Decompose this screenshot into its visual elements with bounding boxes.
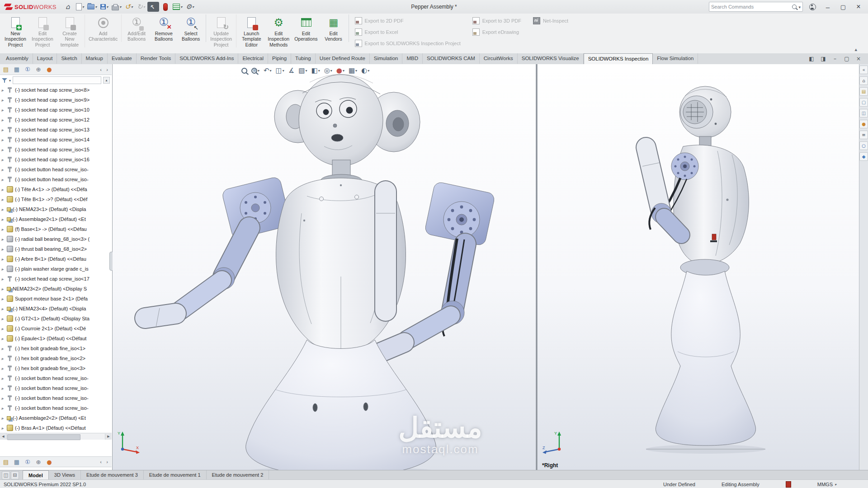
feature-tree-item[interactable]: (-) plain washer xlarge grade c_is: [0, 264, 112, 274]
tab-solidworks-cam[interactable]: SOLIDWORKS CAM: [423, 53, 480, 64]
split-vertical-icon[interactable]: ⊟: [11, 471, 19, 479]
panel-tabs-scroll-left-icon[interactable]: ‹: [98, 67, 104, 72]
feature-tree-item[interactable]: (-) socket head cap screw_iso<13: [0, 125, 112, 135]
net-inspect-button[interactable]: Net-Inspect: [533, 17, 568, 24]
appearances-scenes-icon[interactable]: [859, 120, 868, 128]
tree-scroll-up-icon[interactable]: [103, 77, 110, 84]
expand-arrow-icon[interactable]: [1, 207, 6, 212]
tab-solidworks-inspection[interactable]: SOLIDWORKS Inspection: [584, 53, 653, 64]
create-new-template-button[interactable]: Create New template: [56, 14, 85, 47]
featuremanager-tab-icon[interactable]: [1, 65, 11, 74]
expand-arrow-icon[interactable]: [1, 396, 6, 401]
expand-arrow-icon[interactable]: [1, 237, 6, 242]
expand-arrow-icon[interactable]: [1, 316, 6, 321]
add-edit-balloons-button[interactable]: Add/Edit Balloons: [123, 14, 150, 42]
expand-arrow-icon[interactable]: [1, 177, 6, 182]
feature-tree-item[interactable]: (-) socket button head screw_iso-: [0, 373, 112, 383]
scrollbar-track[interactable]: [7, 434, 105, 440]
remove-balloons-button[interactable]: Remove Balloons: [150, 14, 177, 42]
select-balloons-button[interactable]: Select Balloons: [177, 14, 206, 42]
print-icon[interactable]: [111, 2, 123, 12]
expand-arrow-icon[interactable]: [1, 336, 6, 341]
restore-document-icon[interactable]: ▢: [842, 55, 852, 63]
display-style-icon[interactable]: [311, 67, 320, 74]
scroll-left-icon[interactable]: [0, 434, 7, 440]
feature-tree-item[interactable]: (-) socket head cap screw_iso<16: [0, 155, 112, 164]
export-edrawing-button[interactable]: Export eDrawing: [472, 28, 521, 36]
export-sw-inspection-project-button[interactable]: Export to SOLIDWORKS Inspection Project: [355, 40, 461, 47]
export-2d-pdf-button[interactable]: Export to 2D PDF: [355, 17, 461, 24]
expand-arrow-icon[interactable]: [1, 277, 6, 282]
feature-tree-item[interactable]: (-) Épaule<1> (Défaut) <<Défaut: [0, 333, 112, 343]
user-account-icon[interactable]: [807, 2, 818, 12]
tab-markup[interactable]: Markup: [82, 53, 108, 64]
launch-template-editor-button[interactable]: Launch Template Editor: [238, 14, 265, 47]
edit-inspection-project-button[interactable]: Edit Inspection Project: [29, 14, 56, 47]
dimxpertmanager-tab-icon[interactable]: [33, 65, 43, 74]
feature-tree-item[interactable]: NEMA23<2> (Default) <Display S: [0, 284, 112, 294]
feature-tree-item[interactable]: (-) socket button head screw_iso-: [0, 403, 112, 413]
expand-arrow-icon[interactable]: [1, 197, 6, 202]
filter-caret-icon[interactable]: [9, 77, 11, 83]
units-selector[interactable]: MMGS: [817, 481, 836, 487]
feature-tree-item[interactable]: (-) NEMA23<4> (Default) <Displa: [0, 304, 112, 314]
expand-arrow-icon[interactable]: [1, 127, 6, 132]
zoom-area-icon[interactable]: [251, 68, 259, 74]
feature-tree-item[interactable]: (-) socket head cap screw_iso<14: [0, 135, 112, 145]
custom-properties-icon[interactable]: [859, 131, 868, 139]
configurationmanager-tab-icon[interactable]: [23, 457, 33, 466]
displaymanager-tab-icon[interactable]: [44, 65, 54, 74]
select-cursor-icon[interactable]: [147, 2, 159, 12]
feature-tree-item[interactable]: (-) socket head cap screw_iso<12: [0, 115, 112, 125]
viewport-pane-front[interactable]: Y X: [113, 64, 536, 470]
previous-view-icon[interactable]: [264, 67, 272, 74]
expand-arrow-icon[interactable]: [1, 98, 6, 103]
open-icon[interactable]: [86, 2, 98, 12]
feature-tree-item[interactable]: (-) thrust ball bearing_68_iso<2>: [0, 244, 112, 254]
solidworks-add-ins-icon[interactable]: [859, 152, 868, 161]
save-icon[interactable]: [99, 2, 110, 12]
home-icon[interactable]: [62, 2, 74, 12]
tab-simulation[interactable]: Simulation: [370, 53, 403, 64]
feature-tree-item[interactable]: (-) socket head cap screw_iso<8>: [0, 85, 112, 95]
feature-tree-item[interactable]: (-) socket head cap screw_iso<17: [0, 274, 112, 284]
apply-scene-icon[interactable]: [349, 67, 357, 74]
tab-solidworks-visualize[interactable]: SOLIDWORKS Visualize: [518, 53, 584, 64]
redo-icon[interactable]: [135, 2, 147, 12]
feature-tree-item[interactable]: (-) Assemblage2<2> (Défaut) <Et: [0, 413, 112, 423]
feature-tree-item[interactable]: (-) hex bolt gradeab fine_iso<1>: [0, 343, 112, 353]
feature-tree-item[interactable]: (-) Courroie 2<1> (Défaut) <<Dé: [0, 324, 112, 333]
minimize-button[interactable]: [822, 2, 834, 12]
filter-input[interactable]: [13, 76, 101, 84]
expand-arrow-icon[interactable]: [1, 346, 6, 351]
expand-arrow-icon[interactable]: [1, 326, 6, 331]
search-icon[interactable]: [792, 5, 797, 9]
tab-user-defined-route[interactable]: User Defined Route: [316, 53, 370, 64]
pane-left-icon[interactable]: ◧: [807, 55, 816, 63]
feature-tree-item[interactable]: (-) socket head cap screw_iso<10: [0, 105, 112, 115]
edit-inspection-methods-button[interactable]: Edit Inspection Methods: [265, 14, 292, 47]
view-palette-icon[interactable]: [859, 109, 868, 117]
minimize-document-icon[interactable]: –: [830, 55, 840, 63]
maximize-button[interactable]: [837, 2, 849, 12]
expand-arrow-icon[interactable]: [1, 157, 6, 162]
tab-evaluate[interactable]: Evaluate: [108, 53, 137, 64]
propertymanager-tab-icon[interactable]: [12, 457, 22, 466]
expand-arrow-icon[interactable]: [1, 376, 6, 381]
feature-tree-item[interactable]: (-) NEMA23<1> (Default) <Displa: [0, 204, 112, 214]
expand-arrow-icon[interactable]: [1, 147, 6, 152]
expand-arrow-icon[interactable]: [1, 187, 6, 192]
expand-arrow-icon[interactable]: [1, 117, 6, 122]
measure-icon[interactable]: [288, 67, 294, 74]
split-horizontal-icon[interactable]: ◫: [2, 471, 10, 479]
search-commands-input[interactable]: Search Commands: [709, 2, 803, 12]
tab-circuitworks[interactable]: CircuitWorks: [480, 53, 518, 64]
expand-arrow-icon[interactable]: [1, 108, 6, 113]
export-excel-button[interactable]: Export to Excel: [355, 28, 461, 36]
tab-render-tools[interactable]: Render Tools: [137, 53, 176, 64]
feature-tree-item[interactable]: Support moteur base 2<1> (Défa: [0, 294, 112, 304]
feature-tree-item[interactable]: (f) Base<1> -> (Défaut) <<Défau: [0, 224, 112, 234]
tab-solidworks-add-ins[interactable]: SOLIDWORKS Add-Ins: [175, 53, 238, 64]
tab-flow-simulation[interactable]: Flow Simulation: [653, 53, 698, 64]
expand-arrow-icon[interactable]: [1, 227, 6, 232]
